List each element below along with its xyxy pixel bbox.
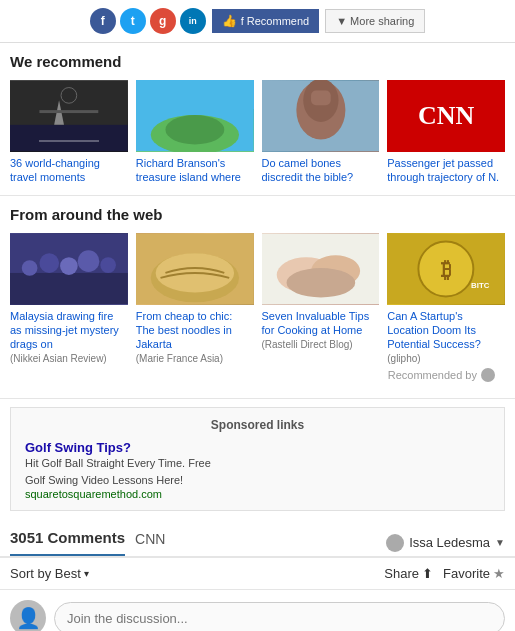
commenter-person-icon: 👤 [16,606,41,630]
comment-input-row: 👤 [0,590,515,631]
svg-point-17 [78,250,100,272]
svg-rect-1 [10,125,128,151]
facebook-icon[interactable]: f [90,8,116,34]
web-item-3[interactable]: ₿ BITC Can A Startup's Location Doom Its… [387,233,505,365]
comment-input[interactable] [54,602,505,631]
sponsored-title: Sponsored links [25,418,490,432]
google-plus-icon[interactable]: g [150,8,176,34]
web-caption-0: Malaysia drawing fire as missing-jet mys… [10,309,128,352]
svg-point-15 [39,253,59,273]
svg-rect-11 [311,90,331,105]
rec-caption-3: Passenger jet passed through trajectory … [387,156,505,185]
sort-label: Sort by Best [10,566,81,581]
web-image-bitcoin: ₿ BITC [387,233,505,305]
linkedin-icon[interactable]: in [180,8,206,34]
comments-count: 3051 Comments [10,529,125,556]
rec-caption-0: 36 world-changing travel moments [10,156,128,185]
svg-point-14 [22,260,38,276]
we-recommend-title: We recommend [10,53,505,70]
svg-rect-13 [10,273,128,304]
web-item-2[interactable]: Seven Invaluable Tips for Cooking at Hom… [262,233,380,365]
from-web-title: From around the web [10,206,505,223]
share-icon: ⬆ [422,566,433,581]
sponsored-url[interactable]: squaretosquaremethod.com [25,488,490,500]
svg-rect-3 [39,110,98,113]
social-bar: f t g in 👍 f Recommend ▼ More sharing [0,0,515,43]
share-button[interactable]: Share ⬆ [384,566,433,581]
web-source-3: (glipho) [387,353,505,364]
commenter-avatar: 👤 [10,600,46,631]
user-dropdown-arrow[interactable]: ▼ [495,537,505,548]
web-image-pork [262,233,380,305]
svg-point-7 [165,115,224,144]
rec-item-2[interactable]: Do camel bones discredit the bible? [262,80,380,185]
share-label: Share [384,566,419,581]
svg-text:₿: ₿ [441,256,451,281]
rec-item-1[interactable]: Richard Branson's treasure island where [136,80,254,185]
sponsored-line-2: Golf Swing Video Lessons Here! [25,472,490,489]
from-web-section: From around the web Malaysia drawing fir… [0,196,515,400]
svg-point-25 [286,268,355,297]
fb-recommend-label: f Recommend [241,15,309,27]
web-image-crowd [10,233,128,305]
user-name: Issa Ledesma [409,535,490,550]
rec-caption-2: Do camel bones discredit the bible? [262,156,380,185]
favorite-button[interactable]: Favorite ★ [443,566,505,581]
web-item-1[interactable]: From cheap to chic: The best noodles in … [136,233,254,365]
sort-share-bar: Sort by Best ▾ Share ⬆ Favorite ★ [0,558,515,590]
rec-image-island [136,80,254,152]
web-caption-2: Seven Invaluable Tips for Cooking at Hom… [262,309,380,338]
recommended-by-text: Recommended by [388,369,477,381]
twitter-icon[interactable]: t [120,8,146,34]
web-source-1: (Marie France Asia) [136,353,254,364]
sponsored-link-title[interactable]: Golf Swing Tips? [25,440,490,455]
web-source-2: (Rastelli Direct Blog) [262,339,380,350]
web-image-noodles [136,233,254,305]
rec-caption-1: Richard Branson's treasure island where [136,156,254,185]
web-caption-1: From cheap to chic: The best noodles in … [136,309,254,352]
rec-image-camel [262,80,380,152]
user-login[interactable]: Issa Ledesma ▼ [386,534,505,552]
sponsored-box: Sponsored links Golf Swing Tips? Hit Gol… [10,407,505,511]
more-sharing-button[interactable]: ▼ More sharing [325,9,425,33]
recommended-by-label: Recommended by [10,364,505,388]
rec-image-titanic [10,80,128,152]
rec-image-cnn: CNN [387,80,505,152]
user-avatar-small [386,534,404,552]
we-recommend-section: We recommend 36 world-changing travel mo… [0,43,515,196]
web-source-0: (Nikkei Asian Review) [10,353,128,364]
rec-item-0[interactable]: 36 world-changing travel moments [10,80,128,185]
social-icons: f t g in [90,8,206,34]
svg-text:BITC: BITC [471,280,490,289]
comments-tab-cnn[interactable]: CNN [135,531,165,555]
star-icon: ★ [493,566,505,581]
rec-item-3[interactable]: CNN Passenger jet passed through traject… [387,80,505,185]
svg-point-16 [60,257,78,275]
glipho-icon [481,368,495,382]
from-web-grid: Malaysia drawing fire as missing-jet mys… [10,233,505,365]
web-caption-3: Can A Startup's Location Doom Its Potent… [387,309,505,352]
svg-point-18 [100,257,116,273]
sort-caret-icon: ▾ [84,568,89,579]
sponsored-line-1: Hit Golf Ball Straight Every Time. Free [25,455,490,472]
favorite-label: Favorite [443,566,490,581]
we-recommend-grid: 36 world-changing travel moments Richard… [10,80,505,185]
fb-recommend-button[interactable]: 👍 f Recommend [212,9,319,33]
share-favorite-group: Share ⬆ Favorite ★ [384,566,505,581]
thumbs-up-icon: 👍 [222,14,237,28]
sort-button[interactable]: Sort by Best ▾ [10,566,89,581]
web-item-0[interactable]: Malaysia drawing fire as missing-jet mys… [10,233,128,365]
comments-header: 3051 Comments CNN Issa Ledesma ▼ [0,519,515,558]
more-sharing-label: ▼ More sharing [336,15,414,27]
